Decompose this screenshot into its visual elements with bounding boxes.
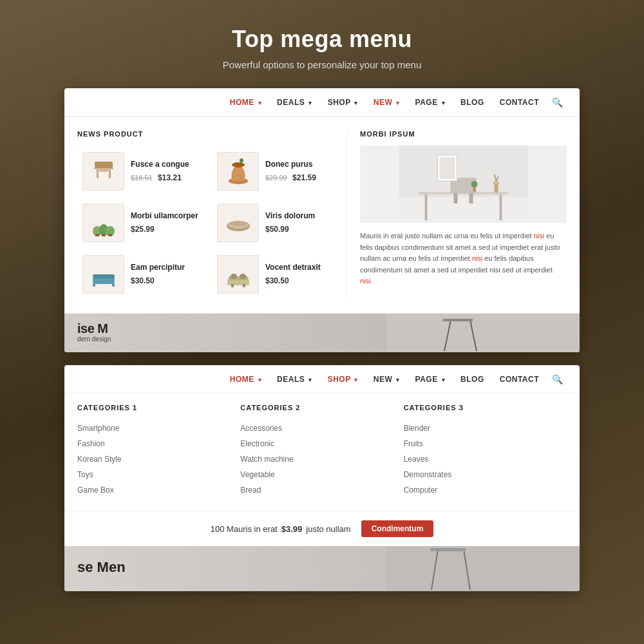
svg-point-6 — [232, 162, 245, 167]
svg-rect-32 — [500, 194, 502, 220]
mega-dropdown-1: NEWS PRODUCT Fusce a congue — [64, 117, 580, 314]
shop-item-accessories[interactable]: Accessories — [240, 421, 403, 436]
svg-rect-25 — [243, 284, 245, 287]
product-img-1 — [82, 152, 124, 191]
shop-item-blender[interactable]: Blender — [404, 421, 567, 436]
shop-col-2: CATEGORIES 2 Accessories Electronic Watc… — [240, 404, 403, 498]
product-info-2: Donec purus $29.99 $21.59 — [265, 160, 316, 183]
product-old-price-1: $18.51 — [131, 174, 153, 182]
product-item-3[interactable]: Morbi ullamcorper $25.99 — [77, 197, 212, 249]
svg-rect-14 — [108, 234, 112, 236]
shop-item-leaves[interactable]: Leaves — [404, 451, 567, 467]
svg-rect-37 — [440, 157, 455, 179]
product-item-2[interactable]: Donec purus $29.99 $21.59 — [212, 146, 346, 197]
product-new-price-3: $25.99 — [131, 225, 155, 234]
nav-shop-2[interactable]: SHOP ▾ — [321, 372, 365, 386]
product-item-5[interactable]: Eam percipitur $30.50 — [77, 249, 212, 300]
shop-item-electronic[interactable]: Electronic — [240, 436, 403, 451]
nav-blog-1[interactable]: BLOG — [454, 95, 491, 109]
nav-new-2[interactable]: NEW ▾ — [367, 372, 406, 386]
product-info-4: Viris dolorum $50.99 — [265, 211, 315, 234]
search-icon-2[interactable]: 🔍 — [548, 372, 567, 387]
product-new-price-6: $30.50 — [265, 276, 289, 285]
bg-subtext-1: dern design — [77, 336, 111, 343]
products-column: NEWS PRODUCT Fusce a congue — [77, 130, 346, 300]
shop-item-computer[interactable]: Computer — [404, 482, 567, 498]
product-img-3 — [82, 204, 124, 242]
promo-col-title: MORBI IPSUM — [360, 130, 567, 138]
product-new-price-5: $30.50 — [131, 276, 155, 285]
page-title: Top mega menu — [232, 26, 412, 53]
product-img-4 — [217, 204, 259, 242]
svg-rect-44 — [386, 314, 580, 352]
nav-page-1[interactable]: PAGE ▾ — [409, 95, 451, 109]
shop-item-toys[interactable]: Toys — [77, 467, 240, 482]
product-img-5 — [82, 255, 124, 294]
shop-col1-title: CATEGORIES 1 — [77, 404, 240, 412]
shop-item-fashion[interactable]: Fashion — [77, 436, 240, 451]
shop-col-3: CATEGORIES 3 Blender Fruits Leaves Demon… — [404, 404, 567, 498]
svg-rect-12 — [95, 234, 99, 236]
product-name-3: Morbi ullamcorper — [131, 211, 198, 220]
nav-contact-2[interactable]: CONTACT — [493, 372, 545, 386]
page-subtitle: Powerful options to personalize your top… — [223, 59, 422, 70]
nav-new-1[interactable]: NEW ▾ — [367, 95, 406, 109]
product-name-1: Fusce a congue — [131, 160, 189, 169]
product-name-4: Viris dolorum — [265, 211, 315, 220]
nav-bar-1: HOME ▾ DEALS ▾ SHOP ▾ NEW ▾ PAGE ▾ BLOG … — [64, 88, 580, 117]
card-new-menu: HOME ▾ DEALS ▾ SHOP ▾ NEW ▾ PAGE ▾ BLOG … — [64, 88, 580, 352]
nav-bar-2: HOME ▾ DEALS ▾ SHOP ▾ NEW ▾ PAGE ▾ BLOG … — [64, 365, 580, 393]
promo-highlight: nisi — [534, 232, 545, 240]
search-icon-1[interactable]: 🔍 — [548, 95, 567, 110]
promo-column: MORBI IPSUM — [346, 130, 567, 300]
svg-rect-19 — [93, 274, 115, 278]
shop-item-smartphone[interactable]: Smartphone — [77, 421, 240, 436]
nav-deals-2[interactable]: DEALS ▾ — [270, 372, 319, 386]
product-name-2: Donec purus — [265, 160, 316, 169]
svg-rect-13 — [102, 234, 106, 236]
product-item-6[interactable]: Vocent detraxit $30.50 — [212, 249, 346, 300]
product-item-1[interactable]: Fusce a congue $18.51 $13.21 — [77, 146, 212, 197]
svg-point-17 — [229, 221, 247, 226]
product-grid: Fusce a congue $18.51 $13.21 — [77, 146, 346, 300]
shop-col-1: CATEGORIES 1 Smartphone Fashion Korean S… — [77, 404, 240, 498]
nav-home-1[interactable]: HOME ▾ — [223, 95, 268, 109]
bg-text-2: se Men — [77, 559, 126, 576]
nav-deals-1[interactable]: DEALS ▾ — [270, 95, 319, 109]
nav-shop-1[interactable]: SHOP ▾ — [321, 95, 365, 109]
product-info-6: Vocent detraxit $30.50 — [265, 263, 321, 286]
svg-rect-48 — [386, 546, 580, 591]
promo-highlight-2: nisi — [472, 254, 483, 262]
nav-contact-1[interactable]: CONTACT — [493, 95, 545, 109]
nav-page-2[interactable]: PAGE ▾ — [409, 372, 451, 386]
svg-rect-24 — [231, 284, 234, 287]
product-item-4[interactable]: Viris dolorum $50.99 — [212, 197, 346, 249]
bg-text-1: ise M — [77, 321, 108, 336]
shop-item-vegetable[interactable]: Vegetable — [240, 467, 403, 482]
promo-bar-price: $3.99 — [281, 524, 303, 534]
shop-item-fruits[interactable]: Fruits — [404, 436, 567, 451]
shop-dropdown: CATEGORIES 1 Smartphone Fashion Korean S… — [64, 393, 580, 511]
nav-home-2[interactable]: HOME ▾ — [223, 372, 268, 386]
svg-rect-31 — [425, 194, 428, 220]
shop-item-gamebox[interactable]: Game Box — [77, 482, 240, 498]
shop-item-bread[interactable]: Bread — [240, 482, 403, 498]
promo-bar: 100 Mauris in erat $3.99 justo nullam Co… — [64, 511, 580, 546]
promo-description: Mauris in erat justo nullam ac urna eu f… — [360, 231, 567, 287]
products-col-title: NEWS PRODUCT — [77, 130, 346, 138]
svg-point-43 — [471, 181, 478, 187]
shop-item-watch[interactable]: Watch machine — [240, 451, 403, 467]
product-img-6 — [217, 255, 259, 294]
product-old-price-2: $29.99 — [265, 174, 287, 182]
product-name-5: Eam percipitur — [131, 263, 185, 272]
nav-blog-2[interactable]: BLOG — [454, 372, 491, 386]
promo-bar-button[interactable]: Condimentum — [361, 520, 434, 537]
promo-highlight-3: nisi. — [360, 277, 373, 285]
svg-rect-47 — [443, 319, 473, 321]
shop-item-korean[interactable]: Korean Style — [77, 451, 240, 467]
shop-col2-title: CATEGORIES 2 — [240, 404, 403, 412]
shop-item-demonstrates[interactable]: Demonstrates — [404, 467, 567, 482]
svg-point-39 — [493, 181, 500, 185]
svg-point-26 — [231, 274, 237, 279]
svg-rect-8 — [241, 160, 242, 164]
